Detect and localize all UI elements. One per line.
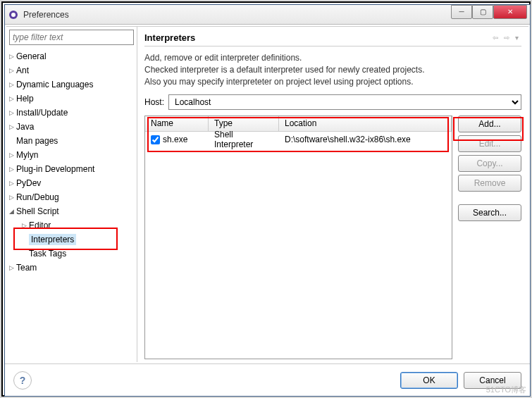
preferences-dialog: Preferences ─ ▢ ✕ ▷General▷Ant▷Dynamic L… — [4, 4, 531, 397]
titlebar: Preferences ─ ▢ ✕ — [5, 5, 530, 25]
edit-button[interactable]: Edit... — [458, 135, 521, 152]
row-name: sh.exe — [163, 135, 187, 144]
watermark: 51CTO博客 — [486, 385, 526, 395]
table-row[interactable]: sh.exe Shell Interpreter D:\software\she… — [145, 132, 452, 147]
close-button[interactable]: ✕ — [493, 5, 527, 19]
copy-button[interactable]: Copy... — [458, 155, 521, 172]
svg-point-1 — [11, 13, 16, 17]
tree-item-help[interactable]: ▷Help — [6, 92, 137, 106]
collapsed-icon: ▷ — [6, 123, 16, 130]
collapsed-icon: ▷ — [6, 166, 16, 173]
window-title: Preferences — [23, 10, 451, 20]
row-checkbox[interactable] — [151, 135, 160, 144]
collapsed-icon: ▷ — [6, 194, 16, 201]
app-icon — [8, 9, 19, 20]
tree-item-interpreters[interactable]: Interpreters — [6, 232, 137, 247]
tree-item-dynamic-languages[interactable]: ▷Dynamic Languages — [6, 77, 137, 92]
col-location[interactable]: Location — [279, 116, 452, 131]
tree-item-pydev[interactable]: ▷PyDev — [6, 176, 137, 190]
tree-item-editor[interactable]: ▷Editor — [6, 218, 137, 232]
ok-button[interactable]: OK — [400, 372, 458, 389]
menu-icon[interactable]: ▾ — [512, 34, 521, 42]
tree: ▷General▷Ant▷Dynamic Languages▷Help▷Inst… — [6, 48, 137, 362]
filter-input[interactable] — [9, 30, 134, 45]
collapsed-icon: ▷ — [6, 67, 16, 74]
host-select[interactable]: Localhost — [168, 94, 521, 110]
tree-item-general[interactable]: ▷General — [6, 49, 137, 63]
tree-item-task-tags[interactable]: Task Tags — [6, 247, 137, 261]
collapsed-icon: ▷ — [6, 53, 16, 60]
tree-item-java[interactable]: ▷Java — [6, 120, 137, 134]
collapsed-icon: ▷ — [6, 81, 16, 88]
content-pane: Interpreters ⇦ ⇨ ▾ Add, remove or edit i… — [137, 26, 528, 362]
tree-item-shell-script[interactable]: ◢Shell Script — [6, 204, 137, 218]
tree-item-install-update[interactable]: ▷Install/Update — [6, 106, 137, 120]
tree-item-team[interactable]: ▷Team — [6, 261, 137, 275]
tree-item-man-pages[interactable]: Man pages — [6, 134, 137, 148]
footer: ? OK Cancel — [5, 363, 530, 396]
add-button[interactable]: Add... — [458, 116, 521, 132]
collapsed-icon: ▷ — [6, 109, 16, 116]
forward-icon[interactable]: ⇨ — [501, 34, 512, 42]
search-button[interactable]: Search... — [458, 204, 521, 221]
collapsed-icon: ▷ — [6, 180, 16, 187]
maximize-button[interactable]: ▢ — [472, 5, 493, 19]
page-description: Add, remove or edit interpreter definiti… — [144, 52, 521, 87]
collapsed-icon: ▷ — [6, 95, 16, 102]
collapsed-icon: ▷ — [6, 264, 16, 271]
page-title: Interpreters — [144, 32, 490, 43]
remove-button[interactable]: Remove — [458, 175, 521, 192]
tree-item-mylyn[interactable]: ▷Mylyn — [6, 148, 137, 162]
col-name[interactable]: Name — [145, 116, 209, 131]
tree-item-run-debug[interactable]: ▷Run/Debug — [6, 190, 137, 204]
sidebar: ▷General▷Ant▷Dynamic Languages▷Help▷Inst… — [6, 26, 137, 362]
host-label: Host: — [144, 97, 164, 107]
help-icon[interactable]: ? — [13, 371, 32, 390]
tree-item-ant[interactable]: ▷Ant — [6, 63, 137, 77]
expanded-icon: ◢ — [6, 208, 16, 215]
row-type: Shell Interpreter — [209, 128, 279, 151]
row-location: D:\software\shell.w32-ix86\sh.exe — [279, 133, 452, 146]
back-icon[interactable]: ⇦ — [490, 34, 501, 42]
minimize-button[interactable]: ─ — [451, 5, 472, 19]
interpreters-table: Name Type Location sh.exe Shell Interpre… — [144, 116, 452, 359]
tree-item-plug-in-development[interactable]: ▷Plug-in Development — [6, 162, 137, 176]
collapsed-icon: ▷ — [6, 151, 16, 158]
